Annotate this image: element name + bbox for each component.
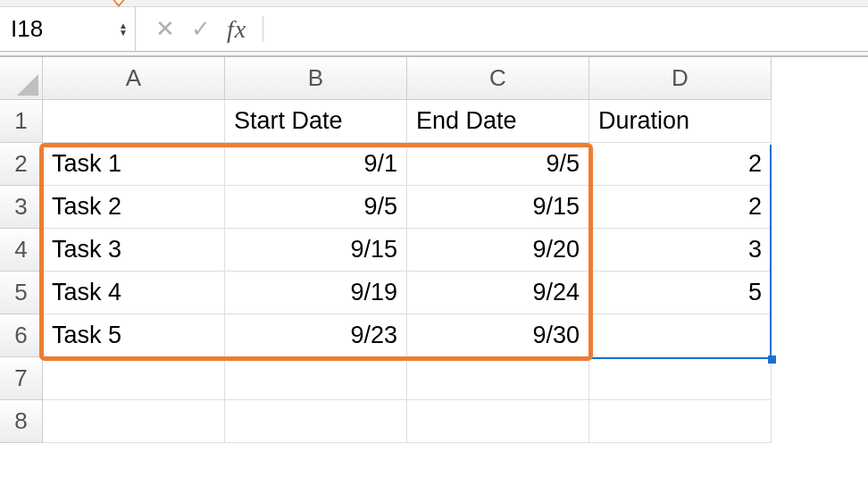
cell-A2[interactable]: Task 1 <box>43 143 225 186</box>
formula-input[interactable] <box>263 7 868 51</box>
fx-icon[interactable]: fx <box>227 15 246 44</box>
cell-A4[interactable]: Task 3 <box>43 229 225 272</box>
ribbon-caret-icon <box>107 0 130 7</box>
cell-D6[interactable] <box>589 314 772 357</box>
cancel-formula-button[interactable]: ✕ <box>155 15 175 43</box>
cell-C1[interactable]: End Date <box>407 100 589 143</box>
cell-D4[interactable]: 3 <box>589 229 772 272</box>
ribbon-edge <box>0 0 868 7</box>
cell-B4[interactable]: 9/15 <box>225 229 407 272</box>
row-header-3[interactable]: 3 <box>0 186 43 229</box>
cell-B7[interactable] <box>225 357 407 400</box>
cell-D7[interactable] <box>589 357 772 400</box>
cell-D8[interactable] <box>589 400 772 443</box>
cell-B1[interactable]: Start Date <box>225 100 407 143</box>
cell-B6[interactable]: 9/23 <box>225 314 407 357</box>
cell-C7[interactable] <box>407 357 589 400</box>
row-header-7[interactable]: 7 <box>0 357 43 400</box>
cell-A5[interactable]: Task 4 <box>43 272 225 314</box>
cell-A7[interactable] <box>43 357 225 400</box>
cell-A8[interactable] <box>43 400 225 443</box>
formula-bar-row: I18 ▲ ▼ ✕ ✓ fx <box>0 7 868 52</box>
selection-fill-handle[interactable] <box>768 356 776 364</box>
cell-C2[interactable]: 9/5 <box>407 143 589 186</box>
col-header-C[interactable]: C <box>407 57 589 100</box>
select-all-corner[interactable] <box>0 57 43 100</box>
cell-C6[interactable]: 9/30 <box>407 314 589 357</box>
cell-C8[interactable] <box>407 400 589 443</box>
cell-C4[interactable]: 9/20 <box>407 229 589 272</box>
cell-B8[interactable] <box>225 400 407 443</box>
cell-D3[interactable]: 2 <box>589 186 772 229</box>
row-header-5[interactable]: 5 <box>0 272 43 314</box>
row-header-2[interactable]: 2 <box>0 143 43 186</box>
col-header-A[interactable]: A <box>43 57 225 100</box>
cell-B2[interactable]: 9/1 <box>225 143 407 186</box>
cell-A3[interactable]: Task 2 <box>43 186 225 229</box>
name-box-stepper[interactable]: ▲ ▼ <box>119 22 128 37</box>
col-header-D[interactable]: D <box>589 57 772 100</box>
stepper-down-icon[interactable]: ▼ <box>119 29 128 37</box>
col-header-B[interactable]: B <box>225 57 407 100</box>
name-box-value: I18 <box>11 15 43 43</box>
row-header-6[interactable]: 6 <box>0 314 43 357</box>
cell-C5[interactable]: 9/24 <box>407 272 589 314</box>
row-header-8[interactable]: 8 <box>0 400 43 443</box>
cell-D2[interactable]: 2 <box>589 143 772 186</box>
cell-B5[interactable]: 9/19 <box>225 272 407 314</box>
row-header-1[interactable]: 1 <box>0 100 43 143</box>
cell-A6[interactable]: Task 5 <box>43 314 225 357</box>
row-header-4[interactable]: 4 <box>0 229 43 272</box>
cell-A1[interactable] <box>43 100 225 143</box>
name-box[interactable]: I18 ▲ ▼ <box>0 7 136 51</box>
grid[interactable]: A B C D 1 Start Date End Date Duration 2… <box>0 57 868 443</box>
formula-controls: ✕ ✓ fx <box>136 7 263 51</box>
cell-C3[interactable]: 9/15 <box>407 186 589 229</box>
cell-D1[interactable]: Duration <box>589 100 772 143</box>
worksheet[interactable]: A B C D 1 Start Date End Date Duration 2… <box>0 57 868 443</box>
cell-B3[interactable]: 9/5 <box>225 186 407 229</box>
cell-D5[interactable]: 5 <box>589 272 772 314</box>
accept-formula-button[interactable]: ✓ <box>191 15 211 43</box>
